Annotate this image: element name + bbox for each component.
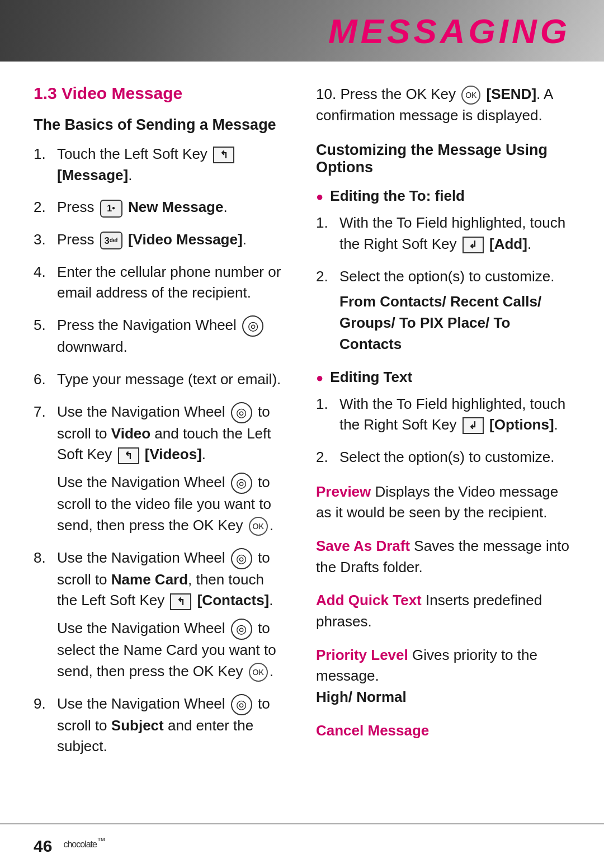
option-save-as-draft: Save As Draft Saves the message into the…	[316, 536, 570, 578]
nav-wheel-icon-8b	[231, 619, 252, 640]
step-6-content: Type your message (text or email).	[57, 369, 288, 390]
bullet-2-steps: 1. With the To Field highlighted, touch …	[316, 394, 570, 468]
step-4-content: Enter the cellular phone number or email…	[57, 262, 288, 304]
nav-wheel-icon-7a	[231, 402, 252, 423]
step-7: 7. Use the Navigation Wheel to scroll to…	[34, 402, 288, 536]
step-9-bold: Subject	[111, 717, 164, 734]
b1-step-1-num: 1.	[316, 213, 334, 254]
step-1: 1. Touch the Left Soft Key ↰ [Message].	[34, 144, 288, 186]
step-3-number: 3.	[34, 229, 51, 251]
right-soft-key-add: ↲	[463, 237, 484, 253]
right-column: 10. Press the OK Key OK [SEND]. A confir…	[316, 84, 570, 768]
step-2: 2. Press 1● New Message.	[34, 197, 288, 218]
ok-key-7: OK	[249, 517, 268, 536]
step-9-number: 9.	[34, 694, 51, 758]
step-8-number: 8.	[34, 548, 51, 682]
ok-key-8: OK	[249, 663, 268, 682]
footer-page-number: 46	[34, 837, 52, 856]
ok-key-10: OK	[461, 86, 480, 105]
step-2-content: Press 1● New Message.	[57, 197, 288, 218]
left-soft-key-7: ↰	[118, 447, 139, 464]
option-save-label: Save As Draft	[316, 537, 410, 554]
bullet-1-steps: 1. With the To Field highlighted, touch …	[316, 213, 570, 355]
customize-title: Customizing the Message Using Options	[316, 141, 570, 176]
step-1-content: Touch the Left Soft Key ↰ [Message].	[57, 144, 288, 186]
bullet-section-1: ● Editing the To: field 1. With the To F…	[316, 187, 570, 355]
header-title: MESSAGING	[328, 11, 570, 51]
step-6: 6. Type your message (text or email).	[34, 369, 288, 390]
option-quick-label: Add Quick Text	[316, 592, 422, 608]
b2-step-2-content: Select the option(s) to customize.	[339, 447, 570, 468]
b2-options-bold: [Options]	[489, 416, 554, 433]
step-4: 4. Enter the cellular phone number or em…	[34, 262, 288, 304]
option-add-quick-text: Add Quick Text Inserts predefined phrase…	[316, 590, 570, 632]
left-soft-key-icon: ↰	[213, 147, 234, 163]
step-2-number: 2.	[34, 197, 51, 218]
b1-step-2-num: 2.	[316, 266, 334, 355]
left-soft-key-8: ↰	[170, 593, 191, 610]
b1-step-2-content: Select the option(s) to customize. From …	[339, 266, 570, 355]
option-cancel-message: Cancel Message	[316, 720, 570, 742]
step-10: 10. Press the OK Key OK [SEND]. A confir…	[316, 84, 570, 126]
step-10-bold: [SEND]	[486, 86, 536, 102]
option-priority-level: Priority Level Gives priority to the mes…	[316, 645, 570, 708]
option-preview: Preview Displays the Video message as it…	[316, 482, 570, 523]
b1-add-bold: [Add]	[489, 235, 527, 252]
step-1-bold: [Message]	[57, 167, 128, 183]
step-8-content: Use the Navigation Wheel to scroll to Na…	[57, 548, 288, 682]
step-2-bold: New Message	[128, 199, 224, 215]
left-column: 1.3 Video Message The Basics of Sending …	[34, 84, 288, 768]
bullet-1-text: Editing the To: field	[330, 187, 465, 205]
option-priority-label: Priority Level	[316, 647, 408, 663]
b2-step-2-num: 2.	[316, 447, 334, 468]
b2-step-2: 2. Select the option(s) to customize.	[316, 447, 570, 468]
main-content: 1.3 Video Message The Basics of Sending …	[0, 62, 604, 791]
step-9-content: Use the Navigation Wheel to scroll to Su…	[57, 694, 288, 758]
step-7-sub: Use the Navigation Wheel to scroll to th…	[57, 472, 288, 536]
step-5-content: Press the Navigation Wheel downward.	[57, 315, 288, 358]
bullet-1-heading: ● Editing the To: field	[316, 187, 570, 205]
b1-step-2: 2. Select the option(s) to customize. Fr…	[316, 266, 570, 355]
contacts-group: From Contacts/ Recent Calls/ Groups/ To …	[339, 291, 570, 355]
step-8-bold2: [Contacts]	[197, 592, 270, 608]
step-6-number: 6.	[34, 369, 51, 390]
right-soft-key-options: ↲	[463, 417, 484, 434]
step-5: 5. Press the Navigation Wheel downward.	[34, 315, 288, 358]
option-cancel-label: Cancel Message	[316, 722, 429, 739]
key-3-icon: 3def	[100, 232, 122, 249]
step-8-sub: Use the Navigation Wheel to select the N…	[57, 618, 288, 682]
header: MESSAGING	[0, 0, 604, 62]
footer-logo-text: chocolate™	[63, 839, 105, 849]
nav-wheel-icon-5	[242, 315, 263, 337]
b2-step-1-content: With the To Field highlighted, touch the…	[339, 394, 570, 436]
b1-step-1: 1. With the To Field highlighted, touch …	[316, 213, 570, 254]
step-4-number: 4.	[34, 262, 51, 304]
step-3: 3. Press 3def [Video Message].	[34, 229, 288, 251]
nav-wheel-icon-9	[231, 694, 252, 715]
bullet-dot-2: ●	[316, 371, 323, 385]
nav-wheel-icon-8a	[231, 548, 252, 569]
step-8-bold1: Name Card	[111, 571, 188, 588]
footer: 46 chocolate™	[0, 823, 604, 868]
step-1-number: 1.	[34, 144, 51, 186]
b2-step-1-num: 1.	[316, 394, 334, 436]
nav-wheel-icon-7b	[231, 473, 252, 494]
step-5-number: 5.	[34, 315, 51, 358]
steps-list: 1. Touch the Left Soft Key ↰ [Message]. …	[34, 144, 288, 757]
bullet-2-text: Editing Text	[330, 369, 412, 386]
subsection-title: The Basics of Sending a Message	[34, 116, 288, 134]
bullet-section-2: ● Editing Text 1. With the To Field high…	[316, 369, 570, 468]
b1-step-1-content: With the To Field highlighted, touch the…	[339, 213, 570, 254]
option-preview-label: Preview	[316, 483, 371, 500]
step-7-number: 7.	[34, 402, 51, 536]
section-title: 1.3 Video Message	[34, 84, 288, 103]
step-9: 9. Use the Navigation Wheel to scroll to…	[34, 694, 288, 758]
footer-logo-sup: ™	[97, 836, 105, 845]
footer-logo: chocolate™	[63, 836, 105, 857]
step-7-bold2: [Videos]	[145, 446, 202, 463]
key-1-icon: 1●	[100, 200, 122, 218]
step-8: 8. Use the Navigation Wheel to scroll to…	[34, 548, 288, 682]
bullet-2-heading: ● Editing Text	[316, 369, 570, 386]
step-7-content: Use the Navigation Wheel to scroll to Vi…	[57, 402, 288, 536]
step-3-bold: [Video Message]	[128, 231, 243, 248]
